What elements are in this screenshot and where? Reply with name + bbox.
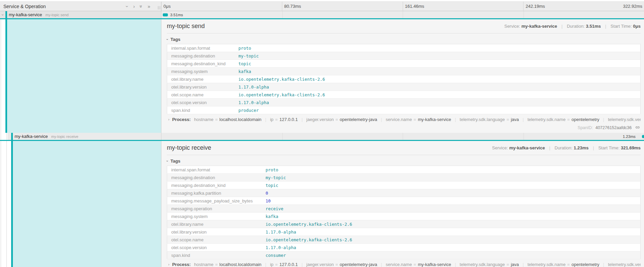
process-key: telemetry.sdk.language bbox=[460, 117, 505, 122]
tag-row: messaging.kafka.partition 0 bbox=[167, 189, 641, 197]
tag-row: messaging.message_payload_size_bytes 10 bbox=[167, 197, 641, 205]
process-key: jaeger.version bbox=[306, 262, 334, 267]
detail-panel: my-topic receive Service: my-kafka-servi… bbox=[161, 141, 644, 267]
tag-key: span.kind bbox=[167, 106, 235, 114]
trace-timeline-page: Service & Operation › › » » 0μs 80.73ms … bbox=[0, 0, 644, 267]
span-duration-bar[interactable] bbox=[642, 135, 644, 138]
tag-row: otel.scope.name io.opentelemetry.kafka-c… bbox=[167, 91, 641, 99]
tag-value: 1.17.0-alpha bbox=[262, 244, 641, 251]
chevron-down-icon: › bbox=[165, 161, 169, 162]
equals-sign: = bbox=[507, 117, 509, 122]
indent-guide bbox=[1, 133, 1, 140]
tag-value: 1.17.0-alpha bbox=[234, 83, 640, 91]
detail-overview: Service: my-kafka-service | Duration: 3.… bbox=[504, 24, 641, 29]
service-operation-title: Service & Operation bbox=[3, 4, 127, 9]
tags-table: internal.span.format proto messaging.des… bbox=[167, 44, 641, 114]
process-value: localhost.localdomain bbox=[219, 262, 261, 267]
expand-all-icon[interactable]: » bbox=[148, 4, 150, 9]
process-accordion-header[interactable]: › Process: hostname=localhost.localdomai… bbox=[167, 262, 641, 267]
detail-gutter bbox=[0, 19, 161, 133]
detail-gutter bbox=[0, 141, 161, 267]
tag-row: otel.library.name io.opentelemetry.kafka… bbox=[167, 75, 641, 83]
equals-sign: = bbox=[275, 262, 278, 267]
tag-key: messaging.destination_kind bbox=[167, 181, 262, 189]
operation-name: my-topic send bbox=[45, 13, 68, 17]
selected-highlight bbox=[13, 141, 161, 267]
process-item: service.name=my-kafka-service bbox=[386, 262, 460, 267]
tag-key: otel.scope.name bbox=[167, 236, 262, 244]
process-item: hostname=localhost.localdomain bbox=[194, 262, 270, 267]
detail-panel: my-topic send Service: my-kafka-service … bbox=[161, 19, 644, 133]
process-item: telemetry.sdk.version=1.17.0 bbox=[608, 117, 641, 122]
equals-sign: = bbox=[335, 262, 338, 267]
equals-sign: = bbox=[215, 262, 218, 267]
process-key: ip bbox=[270, 262, 273, 267]
tag-value: receive bbox=[262, 205, 641, 213]
column-resize-grip[interactable] bbox=[158, 6, 160, 9]
tag-value: my-topic bbox=[234, 52, 640, 60]
process-accordion-header[interactable]: › Process: hostname=localhost.localdomai… bbox=[167, 117, 641, 122]
tag-row: otel.library.version 1.17.0-alpha bbox=[167, 83, 641, 91]
tag-value: my-topic bbox=[262, 174, 641, 181]
grid-line bbox=[403, 133, 403, 140]
grid-line bbox=[524, 11, 524, 18]
span-duration-bar[interactable] bbox=[163, 13, 168, 16]
span-name-cell-send[interactable]: › my-kafka-service my-topic send bbox=[0, 11, 161, 18]
collapse-children-icon[interactable]: › bbox=[1, 14, 5, 16]
tag-key: otel.library.version bbox=[167, 83, 235, 91]
process-item: telemetry.sdk.language=java bbox=[460, 262, 527, 267]
collapse-one-icon[interactable]: › bbox=[125, 5, 130, 7]
process-item: telemetry.sdk.name=opentelemetry bbox=[528, 117, 608, 122]
indent-guide bbox=[1, 19, 1, 133]
tags-accordion-header[interactable]: › Tags bbox=[167, 159, 180, 164]
deep-link-icon[interactable] bbox=[635, 125, 640, 130]
equals-sign: = bbox=[507, 262, 509, 267]
tag-key: otel.scope.version bbox=[167, 99, 235, 106]
selected-highlight bbox=[7, 19, 161, 133]
ruler-tick: 80.73ms bbox=[282, 2, 403, 11]
duration-label: Duration: bbox=[555, 145, 573, 150]
tag-key: otel.library.name bbox=[167, 220, 262, 228]
span-id-label: SpanID: bbox=[578, 125, 593, 130]
process-value: java bbox=[511, 262, 519, 267]
tag-row: internal.span.format proto bbox=[167, 44, 641, 52]
span-track-receive[interactable]: 1.23ms bbox=[161, 133, 644, 140]
span-row-receive[interactable]: my-kafka-service my-topic receive 1.23ms bbox=[0, 133, 644, 141]
start-time-label: Start Time: bbox=[598, 145, 620, 150]
tag-value: consumer bbox=[262, 251, 641, 259]
tag-row: messaging.destination my-topic bbox=[167, 174, 641, 181]
grid-line bbox=[282, 11, 283, 18]
tag-row: otel.scope.version 1.17.0-alpha bbox=[167, 244, 641, 251]
expand-one-icon[interactable]: › bbox=[133, 4, 135, 9]
span-track-send[interactable]: 3.51ms bbox=[161, 11, 644, 18]
service-indent-bar bbox=[5, 19, 7, 133]
equals-sign: = bbox=[275, 117, 278, 122]
timeline-ruler[interactable]: 0μs 80.73ms 161.46ms 242.19ms 322.92ms bbox=[161, 2, 644, 11]
span-id-value: 407276152aafdc36 bbox=[595, 125, 631, 130]
detail-title: my-topic receive bbox=[167, 144, 211, 151]
tag-row: span.kind producer bbox=[167, 106, 641, 114]
start-time-value: 321.69ms bbox=[621, 145, 641, 150]
service-label: Service: bbox=[504, 24, 520, 29]
process-item: ip=127.0.0.1 bbox=[270, 117, 306, 122]
process-value: java bbox=[511, 117, 519, 122]
tags-accordion-header[interactable]: › Tags bbox=[167, 37, 180, 42]
start-time-value: 0μs bbox=[633, 24, 641, 29]
separator: | bbox=[593, 145, 594, 150]
span-detail-receive: my-topic receive Service: my-kafka-servi… bbox=[0, 141, 644, 267]
process-key: telemetry.sdk.name bbox=[528, 117, 565, 122]
tag-value: 1.17.0-alpha bbox=[262, 228, 641, 236]
span-name-cell-receive[interactable]: my-kafka-service my-topic receive bbox=[0, 133, 161, 140]
tag-value: proto bbox=[262, 166, 641, 174]
process-item: jaeger.version=opentelemetry-java bbox=[306, 262, 386, 267]
process-key: service.name bbox=[386, 117, 412, 122]
service-color-bar bbox=[5, 11, 7, 18]
collapse-all-icon[interactable]: » bbox=[139, 5, 143, 8]
tag-value: 1.17.0-alpha bbox=[234, 99, 640, 106]
service-indent-bar bbox=[11, 141, 13, 267]
process-key: hostname bbox=[194, 117, 214, 122]
process-key: telemetry.sdk.language bbox=[460, 262, 505, 267]
span-row-send[interactable]: › my-kafka-service my-topic send 3.51ms bbox=[0, 11, 644, 19]
tag-key: messaging.destination bbox=[167, 52, 235, 60]
service-operation-header: Service & Operation › › » » bbox=[0, 2, 161, 11]
